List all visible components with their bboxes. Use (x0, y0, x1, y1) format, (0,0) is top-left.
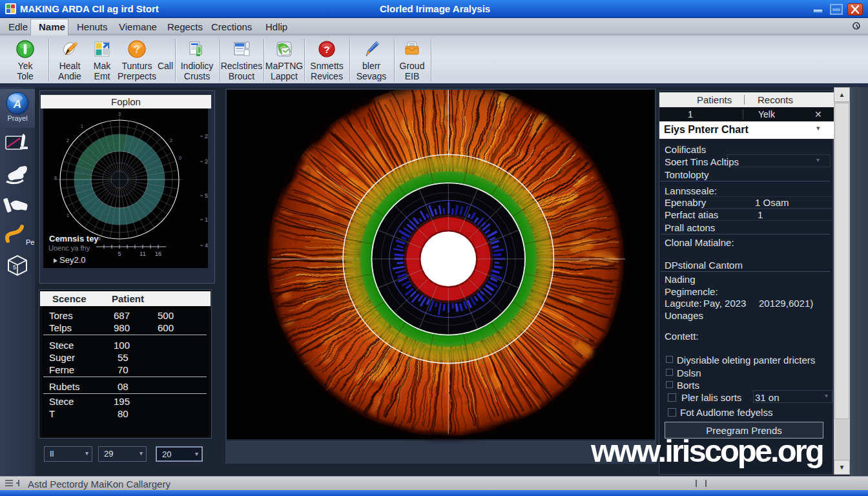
svg-text:5: 5 (13, 264, 16, 271)
svg-text:1: 1 (67, 213, 69, 218)
svg-text:2: 2 (205, 133, 208, 140)
svg-text:3: 3 (118, 112, 121, 116)
svg-text:?: ? (324, 44, 329, 55)
svg-text:8: 8 (98, 236, 101, 241)
svg-text:8: 8 (54, 176, 57, 180)
svg-text:Prayel: Prayel (7, 114, 27, 122)
svg-text:4: 4 (205, 242, 208, 249)
svg-text:16: 16 (155, 251, 161, 257)
svg-text:Pe: Pe (26, 238, 34, 246)
svg-text:1: 1 (81, 124, 83, 129)
svg-text:2: 2 (67, 138, 69, 143)
svg-text:2: 2 (205, 158, 208, 165)
svg-text:Uoenc ya fhy: Uoenc ya fhy (48, 244, 90, 252)
svg-text:?: ? (134, 44, 140, 55)
svg-text:2: 2 (170, 138, 172, 143)
svg-text:11: 11 (140, 251, 145, 257)
svg-text:2: 2 (205, 267, 208, 268)
svg-text:0: 0 (179, 156, 181, 160)
svg-text:1: 1 (205, 216, 208, 223)
svg-text:5: 5 (118, 251, 121, 257)
svg-text:A: A (13, 98, 21, 110)
svg-text:Cemnsis tey: Cemnsis tey (49, 234, 99, 243)
svg-text:Sey2.0: Sey2.0 (59, 255, 85, 265)
svg-text:5: 5 (205, 192, 208, 199)
